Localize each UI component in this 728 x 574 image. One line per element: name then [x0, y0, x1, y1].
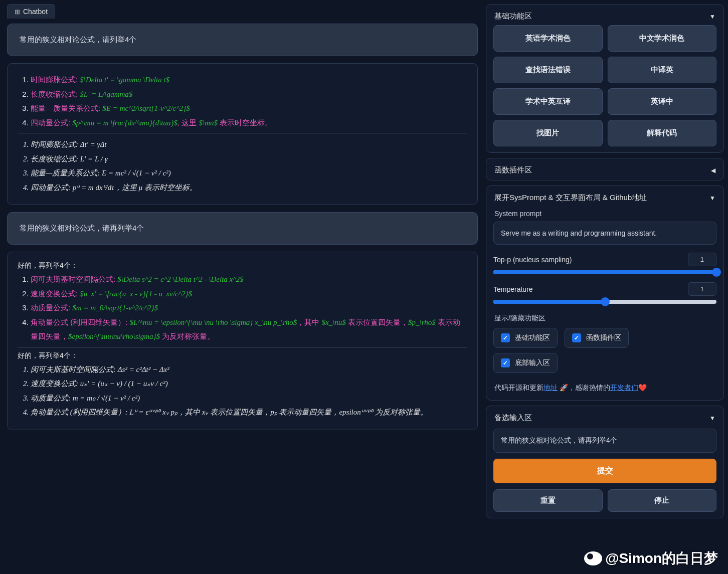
list-item: 闵可夫斯基时空间隔公式: Δs² = c²Δt² − Δx²: [31, 362, 467, 377]
list-item: 能量—质量关系公式: E = mc² / √(1 − v² / c²): [31, 166, 467, 180]
btn-academic-translate[interactable]: 学术中英互译: [493, 88, 603, 115]
list-item: 能量—质量关系公式: $E = mc^2/\sqrt{1-v^2/c^2}$: [31, 101, 467, 116]
check-icon: ✓: [572, 333, 581, 342]
temperature-slider[interactable]: [493, 300, 716, 304]
system-prompt-input[interactable]: Serve me as a writing and programming as…: [493, 222, 716, 245]
user-message: 常用的狭义相对论公式，请列举4个: [7, 24, 478, 56]
assistant-message: 好的，再列举4个： 闵可夫斯基时空间隔公式: $\Delta s^2 = c^2…: [7, 252, 478, 430]
chat-area: 常用的狭义相对论公式，请列举4个 时间膨胀公式: $\Delta t' = \g…: [4, 22, 481, 570]
formula-list-rendered: 闵可夫斯基时空间隔公式: Δs² = c²Δt² − Δx² 速度变换公式: u…: [18, 362, 467, 420]
temperature-value[interactable]: 1: [688, 282, 716, 296]
chevron-down-icon: ▼: [709, 13, 715, 20]
chatbot-icon: ⊞: [15, 8, 20, 16]
tab-bar: ⊞ Chatbot: [4, 4, 481, 19]
panel-sysprompt: 展开SysPrompt & 交互界面布局 & Github地址 ▼ System…: [486, 185, 724, 401]
rocket-icon: 🚀: [560, 384, 568, 392]
panel-header-basic[interactable]: 基础功能区 ▼: [493, 11, 716, 25]
tab-label: Chatbot: [23, 8, 48, 16]
topp-label: Top-p (nucleus sampling): [493, 256, 572, 264]
btn-en-to-zh[interactable]: 英译中: [608, 88, 717, 115]
list-item: 闵可夫斯基时空间隔公式: $\Delta s^2 = c^2 \Delta t^…: [31, 272, 467, 287]
weibo-icon: [584, 551, 602, 565]
btn-grammar-check[interactable]: 查找语法错误: [493, 57, 603, 83]
list-item: 角动量公式 (利用四维矢量）: $L^\mu = \epsilon^{\mu \…: [31, 315, 467, 344]
formula-list-raw: 时间膨胀公式: $\Delta t' = \gamma \Delta t$ 长度…: [18, 73, 467, 130]
tab-chatbot[interactable]: ⊞ Chatbot: [7, 4, 55, 19]
btn-zh-to-en[interactable]: 中译英: [608, 57, 717, 83]
temperature-label: Temperature: [493, 285, 533, 293]
btn-find-image[interactable]: 找图片: [493, 120, 603, 146]
list-item: 动质量公式: m = m₀ / √(1 − v² / c²): [31, 391, 467, 406]
list-item: 速度变换公式: uₓ′ = (uₓ − v) / (1 − uₓv / c²): [31, 376, 467, 391]
panel-alt-input: 备选输入区 ▼ 常用的狭义相对论公式，请再列举4个 提交 重置 停止: [486, 406, 724, 518]
chevron-left-icon: ◀: [711, 167, 715, 174]
link-developers[interactable]: 开发者们: [610, 384, 638, 392]
heart-icon: ❤️: [638, 384, 647, 392]
checkbox-bottom-input[interactable]: ✓ 底部输入区: [493, 353, 558, 373]
check-icon: ✓: [501, 333, 510, 342]
checkbox-basic[interactable]: ✓ 基础功能区: [493, 328, 558, 348]
reset-button[interactable]: 重置: [493, 489, 603, 512]
btn-chinese-polish[interactable]: 中文学术润色: [608, 25, 717, 52]
list-item: 动质量公式: $m = m_0/\sqrt{1-v^2/c^2}$: [31, 301, 467, 315]
watermark: @Simon的白日梦: [584, 549, 718, 568]
assistant-intro: 好的，再列举4个：: [18, 261, 467, 270]
list-item: 速度变换公式: $u_x' = \frac{u_x - v}{1 - u_xv/…: [31, 287, 467, 301]
list-item: 四动量公式: $p^\mu = m \frac{dx^\mu}{d\tau}$,…: [31, 116, 467, 130]
panel-header-altinput[interactable]: 备选输入区 ▼: [493, 412, 716, 427]
panel-title: 基础功能区: [494, 12, 532, 21]
footer-links: 代码开源和更新地址 🚀，感谢热情的开发者们❤️: [494, 382, 715, 393]
submit-button[interactable]: 提交: [493, 459, 716, 483]
user-message: 常用的狭义相对论公式，请再列举4个: [7, 212, 478, 245]
panel-title: 展开SysPrompt & 交互界面布局 & Github地址: [494, 193, 647, 203]
check-icon: ✓: [501, 358, 510, 367]
assistant-message: 时间膨胀公式: $\Delta t' = \gamma \Delta t$ 长度…: [7, 63, 478, 205]
topp-value[interactable]: 1: [688, 253, 716, 266]
chevron-down-icon: ▼: [709, 195, 715, 202]
divider: [18, 133, 467, 133]
alt-input-textbox[interactable]: 常用的狭义相对论公式，请再列举4个: [493, 429, 716, 453]
assistant-intro: 好的，再列举4个：: [18, 351, 467, 360]
divider: [18, 347, 467, 347]
list-item: 时间膨胀公式: Δt′ = γΔt: [31, 137, 467, 152]
formula-list-rendered: 时间膨胀公式: Δt′ = γΔt 长度收缩公式: L′ = L / γ 能量—…: [18, 137, 467, 195]
system-prompt-label: System prompt: [494, 210, 715, 218]
panel-plugins: 函数插件区 ◀: [486, 158, 724, 180]
stop-button[interactable]: 停止: [608, 489, 717, 512]
list-item: 长度收缩公式: $L' = L/\gamma$: [31, 87, 467, 102]
list-item: 时间膨胀公式: $\Delta t' = \gamma \Delta t$: [31, 73, 467, 87]
btn-explain-code[interactable]: 解释代码: [608, 120, 717, 146]
toggle-label: 显示/隐藏功能区: [494, 314, 715, 323]
list-item: 角动量公式 (利用四维矢量）: Lᵘ = εᵘᵛᵖᵟ xᵥ pₚ，其中 xᵥ 表…: [31, 405, 467, 420]
formula-list-raw: 闵可夫斯基时空间隔公式: $\Delta s^2 = c^2 \Delta t^…: [18, 272, 467, 344]
link-repo[interactable]: 地址: [543, 384, 558, 392]
btn-english-polish[interactable]: 英语学术润色: [493, 25, 603, 52]
panel-basic-functions: 基础功能区 ▼ 英语学术润色 中文学术润色 查找语法错误 中译英 学术中英互译 …: [486, 4, 724, 153]
checkbox-plugins[interactable]: ✓ 函数插件区: [565, 328, 629, 348]
topp-slider[interactable]: [493, 270, 716, 274]
panel-header-plugins[interactable]: 函数插件区 ◀: [493, 164, 716, 176]
list-item: 长度收缩公式: L′ = L / γ: [31, 152, 467, 166]
chevron-down-icon: ▼: [709, 415, 715, 422]
list-item: 四动量公式: pᵘ = m dxᵘ/dτ，这里 μ 表示时空坐标。: [31, 180, 467, 195]
panel-title: 函数插件区: [494, 165, 532, 175]
panel-title: 备选输入区: [494, 413, 532, 423]
panel-header-sysprompt[interactable]: 展开SysPrompt & 交互界面布局 & Github地址 ▼: [493, 192, 716, 207]
